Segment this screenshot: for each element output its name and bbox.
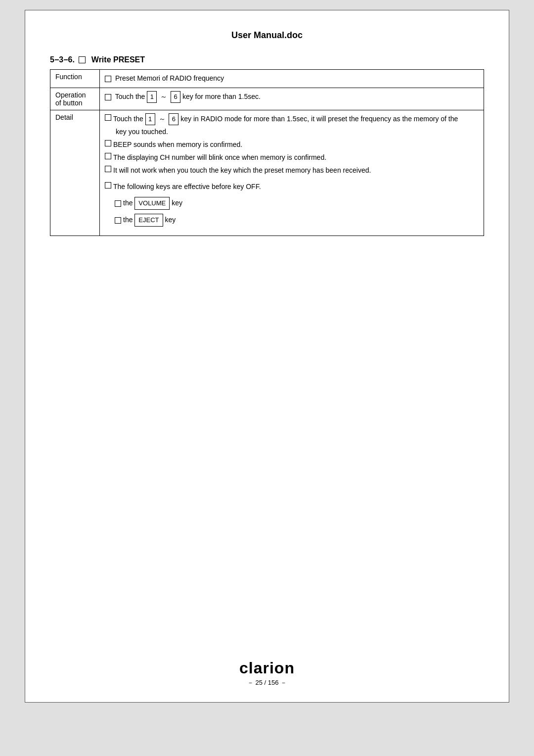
detail-checkbox-5	[105, 182, 111, 189]
detail-sub-checkbox-1	[115, 200, 121, 207]
detail-line-5: The following keys are effective before …	[105, 181, 479, 193]
operation-key-end: 6	[171, 91, 180, 103]
detail-sub1-suffix: key	[172, 197, 182, 209]
detail-checkbox-3	[105, 153, 111, 159]
function-text: Preset Memori of RADIO frequency	[115, 74, 224, 82]
detail-checkbox-4	[105, 166, 111, 172]
detail-line-1-cont: key you touched.	[116, 126, 479, 138]
detail-row: Detail Touch the 1 ～ 6 key in RADIO mode…	[50, 110, 484, 236]
page: User Manual.doc 5−3−6. Write PRESET Func…	[25, 10, 509, 703]
detail-text-2: BEEP sounds when memory is confirmed.	[113, 139, 242, 151]
operation-tilde: ～	[160, 91, 167, 103]
detail-sub2-suffix: key	[165, 214, 176, 226]
detail-line-2: BEEP sounds when memory is confirmed.	[105, 139, 479, 151]
detail-sub2-prefix: the	[123, 214, 133, 226]
function-checkbox-icon	[105, 76, 111, 82]
section-number: 5−3−6.	[50, 55, 75, 64]
detail-checkbox-1	[105, 114, 111, 121]
detail-line-4: It will not work when you touch the key …	[105, 165, 479, 177]
detail-line1-prefix: Touch the	[113, 115, 143, 123]
function-label: Function	[50, 70, 100, 88]
detail-sub-2: the EJECT key	[115, 214, 479, 227]
detail-key-end: 6	[169, 113, 178, 125]
page-number: － 25 / 156 －	[25, 678, 509, 687]
detail-text-4: It will not work when you touch the key …	[113, 165, 371, 177]
operation-row: Operation of button Touch the 1 ～ 6 key …	[50, 88, 484, 110]
detail-sub1-prefix: the	[123, 197, 133, 209]
eject-key: EJECT	[134, 214, 163, 227]
doc-title: User Manual.doc	[50, 30, 484, 41]
operation-prefix: Touch the	[115, 93, 145, 100]
detail-sub-1: the VOLUME key	[115, 197, 479, 210]
section-title: Write PRESET	[91, 55, 145, 64]
section-heading: 5−3−6. Write PRESET	[50, 55, 484, 64]
main-table: Function Preset Memori of RADIO frequenc…	[50, 69, 484, 236]
detail-line-3: The displaying CH number will blink once…	[105, 152, 479, 164]
operation-label: Operation of button	[50, 88, 100, 110]
operation-checkbox-icon	[105, 94, 111, 100]
function-content: Preset Memori of RADIO frequency	[100, 70, 484, 88]
operation-content: Touch the 1 ～ 6 key for more than 1.5sec…	[100, 88, 484, 110]
operation-suffix: key for more than 1.5sec.	[182, 93, 261, 100]
detail-key-start: 1	[145, 113, 155, 125]
volume-key: VOLUME	[134, 197, 170, 210]
detail-line-1: Touch the 1 ～ 6 key in RADIO mode for mo…	[105, 113, 479, 125]
operation-key-start: 1	[147, 91, 157, 103]
footer: clarion － 25 / 156 －	[25, 659, 509, 687]
detail-content: Touch the 1 ～ 6 key in RADIO mode for mo…	[100, 110, 484, 236]
detail-text-5: The following keys are effective before …	[113, 181, 261, 193]
detail-sub-checkbox-2	[115, 217, 121, 224]
detail-checkbox-2	[105, 140, 111, 146]
detail-line1-suffix: key in RADIO mode for more than 1.5sec, …	[180, 115, 458, 123]
section-checkbox-icon	[79, 56, 86, 63]
detail-text-3: The displaying CH number will blink once…	[113, 152, 326, 164]
detail-label: Detail	[50, 110, 100, 236]
detail-tilde-1: ～	[159, 113, 166, 125]
function-row: Function Preset Memori of RADIO frequenc…	[50, 70, 484, 88]
brand-logo: clarion	[25, 659, 509, 677]
